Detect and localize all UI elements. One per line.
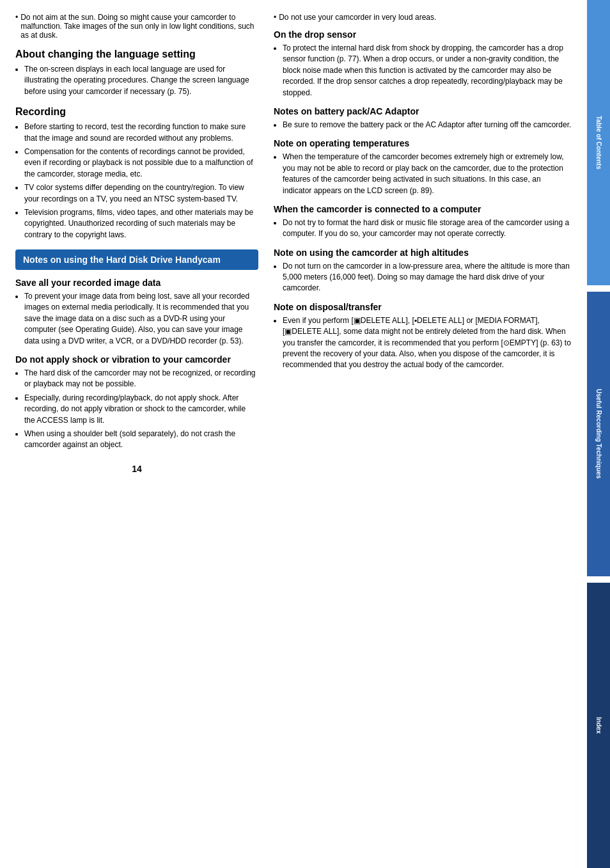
sidebar-index: Index bbox=[587, 583, 610, 868]
recording-item3: TV color systems differ depending on the… bbox=[24, 182, 258, 205]
about-language-list: The on-screen displays in each local lan… bbox=[24, 64, 258, 97]
battery-pack-list: Be sure to remove the battery pack or th… bbox=[283, 120, 572, 130]
right-top-bullet: Do not use your camcorder in very loud a… bbox=[274, 13, 572, 22]
sidebar-spacer2 bbox=[587, 576, 610, 583]
recording-heading: Recording bbox=[15, 106, 258, 118]
connected-computer-item1: Do not try to format the hard disk or mu… bbox=[283, 217, 572, 240]
right-column: Do not use your camcorder in very loud a… bbox=[274, 13, 572, 855]
left-top-bullet: Do not aim at the sun. Doing so might ca… bbox=[15, 13, 258, 40]
no-shock-list: The hard disk of the camcorder may not b… bbox=[24, 368, 258, 451]
hdd-handycam-box: Notes on using the Hard Disk Drive Handy… bbox=[15, 249, 258, 270]
no-shock-heading: Do not apply shock or vibration to your … bbox=[15, 354, 258, 365]
sidebar-spacer1 bbox=[587, 285, 610, 292]
about-language-item1: The on-screen displays in each local lan… bbox=[24, 64, 258, 97]
disposal-heading: Note on disposal/transfer bbox=[274, 302, 572, 312]
page-number: 14 bbox=[15, 464, 258, 474]
hdd-handycam-title: Notes on using the Hard Disk Drive Handy… bbox=[23, 255, 251, 265]
no-shock-item1: The hard disk of the camcorder may not b… bbox=[24, 368, 258, 390]
no-shock-item2: Especially, during recording/playback, d… bbox=[24, 393, 258, 426]
high-altitude-heading: Note on using the camcorder at high alti… bbox=[274, 248, 572, 258]
drop-sensor-item1: To protect the internal hard disk from s… bbox=[283, 43, 572, 99]
recording-item4: Television programs, films, video tapes,… bbox=[24, 207, 258, 241]
about-language-heading: About changing the language setting bbox=[15, 49, 258, 60]
recording-item1: Before starting to record, test the reco… bbox=[24, 122, 258, 144]
sidebar-toc: Table of Contents bbox=[587, 0, 610, 285]
recording-item2: Compensation for the contents of recordi… bbox=[24, 146, 258, 180]
connected-computer-list: Do not try to format the hard disk or mu… bbox=[283, 217, 572, 240]
left-column: Do not aim at the sun. Doing so might ca… bbox=[15, 13, 258, 855]
operating-temp-list: When the temperature of the camcorder be… bbox=[283, 152, 572, 196]
sidebar-toc-label: Table of Contents bbox=[595, 116, 602, 170]
save-data-list: To prevent your image data from being lo… bbox=[24, 291, 258, 347]
drop-sensor-heading: On the drop sensor bbox=[274, 29, 572, 40]
disposal-item1: Even if you perform [▣DELETE ALL], [▪DEL… bbox=[283, 315, 572, 371]
high-altitude-list: Do not turn on the camcorder in a low-pr… bbox=[283, 261, 572, 294]
disposal-list: Even if you perform [▣DELETE ALL], [▪DEL… bbox=[283, 315, 572, 371]
battery-pack-heading: Notes on battery pack/AC Adaptor bbox=[274, 106, 572, 116]
operating-temp-item1: When the temperature of the camcorder be… bbox=[283, 152, 572, 196]
drop-sensor-list: To protect the internal hard disk from s… bbox=[283, 43, 572, 99]
battery-pack-item1: Be sure to remove the battery pack or th… bbox=[283, 120, 572, 130]
sidebar: Table of Contents Useful Recording Techn… bbox=[587, 0, 610, 868]
high-altitude-item1: Do not turn on the camcorder in a low-pr… bbox=[283, 261, 572, 294]
sidebar-useful: Useful Recording Techniques bbox=[587, 292, 610, 577]
sidebar-index-label: Index bbox=[595, 717, 602, 734]
no-shock-item3: When using a shoulder belt (sold separat… bbox=[24, 429, 258, 451]
sidebar-useful-label: Useful Recording Techniques bbox=[595, 389, 602, 478]
save-data-item1: To prevent your image data from being lo… bbox=[24, 291, 258, 347]
save-data-heading: Save all your recorded image data bbox=[15, 278, 258, 288]
right-top-bullet-text: Do not use your camcorder in very loud a… bbox=[279, 13, 436, 22]
main-content: Do not aim at the sun. Doing so might ca… bbox=[0, 0, 587, 868]
operating-temp-heading: Note on operating temperatures bbox=[274, 138, 572, 148]
connected-computer-heading: When the camcorder is connected to a com… bbox=[274, 204, 572, 214]
recording-list: Before starting to record, test the reco… bbox=[24, 122, 258, 241]
page-container: Do not aim at the sun. Doing so might ca… bbox=[0, 0, 610, 868]
left-top-bullet-text: Do not aim at the sun. Doing so might ca… bbox=[20, 13, 258, 40]
